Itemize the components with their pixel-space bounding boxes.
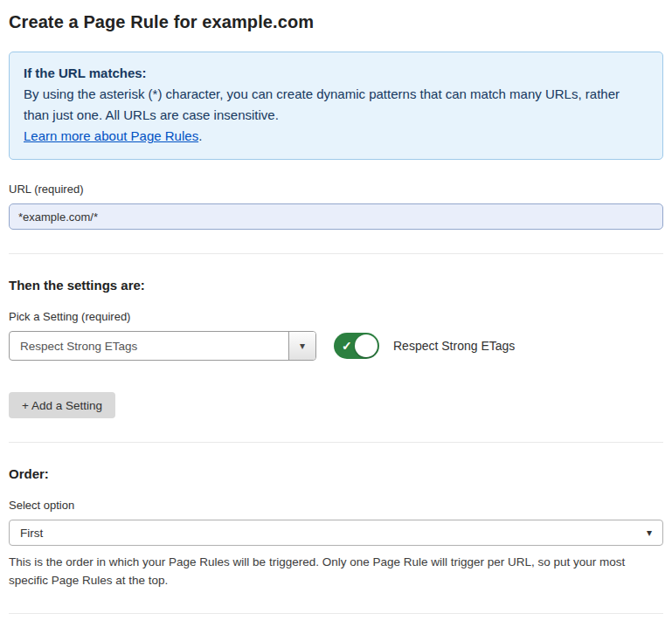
setting-select[interactable]: Respect Strong ETags ▾	[9, 331, 316, 361]
divider	[9, 613, 663, 614]
create-page-rule-panel: Create a Page Rule for example.com If th…	[0, 0, 672, 627]
setting-select-value: Respect Strong ETags	[10, 332, 288, 360]
divider	[9, 442, 663, 443]
url-label: URL (required)	[9, 183, 663, 196]
learn-more-link[interactable]: Learn more about Page Rules	[24, 128, 198, 143]
toggle-label: Respect Strong ETags	[393, 339, 515, 353]
info-box-body: By using the asterisk (*) character, you…	[24, 84, 648, 126]
settings-heading: Then the settings are:	[9, 278, 663, 293]
toggle-knob	[355, 334, 378, 357]
divider	[9, 253, 663, 254]
info-box-heading: If the URL matches:	[24, 63, 648, 84]
add-setting-button[interactable]: + Add a Setting	[9, 392, 115, 418]
order-help-text: This is the order in which your Page Rul…	[9, 553, 663, 589]
url-input[interactable]	[9, 203, 663, 230]
chevron-down-icon: ▾	[647, 527, 652, 539]
chevron-down-icon[interactable]: ▾	[288, 332, 315, 360]
page-title: Create a Page Rule for example.com	[9, 12, 663, 32]
order-label: Select option	[9, 499, 663, 512]
etags-toggle[interactable]: ✓	[334, 333, 379, 359]
order-heading: Order:	[9, 466, 663, 481]
order-select-value: First	[20, 527, 43, 540]
info-link-row: Learn more about Page Rules.	[24, 126, 648, 147]
pick-setting-label: Pick a Setting (required)	[9, 310, 663, 323]
check-icon: ✓	[342, 339, 352, 353]
url-match-info-box: If the URL matches: By using the asteris…	[9, 52, 663, 160]
order-select[interactable]: First ▾	[9, 520, 663, 546]
setting-row: Respect Strong ETags ▾ ✓ Respect Strong …	[9, 331, 663, 361]
link-period: .	[198, 128, 202, 143]
